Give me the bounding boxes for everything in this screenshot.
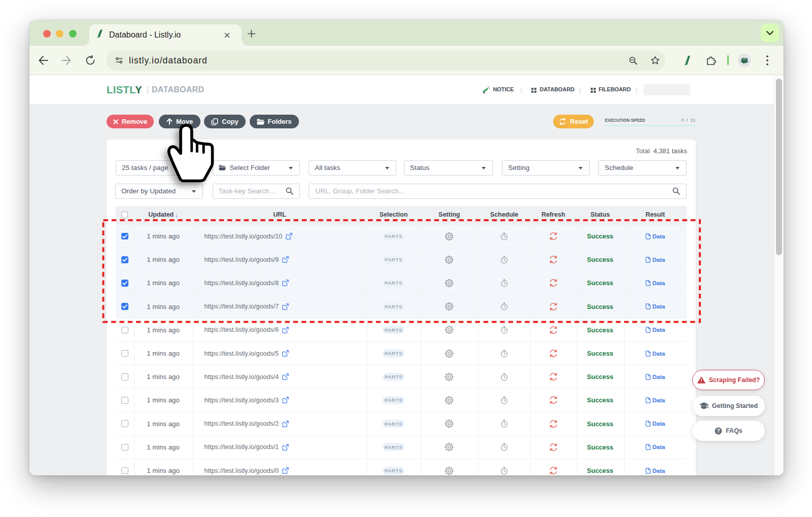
svg-text:?: ? — [717, 428, 720, 434]
